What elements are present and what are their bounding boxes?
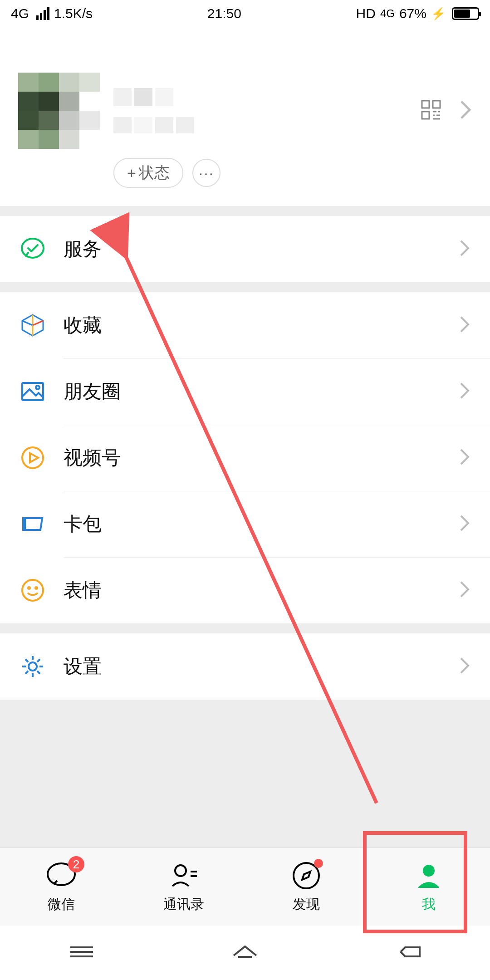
status-button-label: 状态 [139,162,170,183]
menu-item-settings[interactable]: 设置 [0,633,490,700]
me-icon [413,860,445,893]
charging-icon: ⚡ [431,7,446,21]
tab-label: 微信 [48,895,75,914]
battery-percent: 67% [399,6,426,21]
svg-line-11 [33,321,43,325]
svg-line-12 [22,321,33,325]
svg-point-19 [22,580,43,601]
menu-label: 卡包 [45,511,459,537]
stickers-icon [20,578,45,603]
tab-label: 发现 [293,895,320,914]
avatar[interactable] [18,73,100,149]
contacts-icon [168,860,200,893]
menu-label: 表情 [45,578,459,603]
profile-name-redacted [113,88,421,106]
qr-code-icon[interactable] [421,100,441,122]
menu-label: 视频号 [45,445,459,470]
chevron-right-icon [459,315,470,335]
status-right: HD 4G 67% ⚡ [356,6,479,21]
svg-point-22 [29,662,37,671]
svg-rect-1 [433,101,440,108]
status-left: 4G 1.5K/s [11,6,93,21]
plus-icon: + [127,164,136,182]
chevron-right-icon [459,239,470,259]
tab-discover[interactable]: 发现 [245,848,368,926]
menu-item-services[interactable]: 服务 [0,216,490,282]
menu-item-channels[interactable]: 视频号 [0,425,490,491]
chevron-right-icon [459,99,472,122]
more-button-label: ··· [199,164,214,182]
hd-indicator: HD [356,6,376,21]
services-icon [20,236,45,262]
chevron-right-icon [459,514,470,534]
menu-label: 服务 [45,236,459,262]
signal-icon [36,7,49,20]
svg-marker-28 [302,872,310,880]
more-button[interactable]: ··· [192,159,220,187]
battery-icon [452,7,479,20]
tab-chat[interactable]: 2 微信 [0,848,122,926]
menu-item-favorites[interactable]: 收藏 [0,292,490,358]
discover-dot [314,859,323,868]
chevron-right-icon [459,580,470,600]
chat-badge: 2 [68,856,84,872]
svg-point-15 [36,386,39,389]
chevron-right-icon [459,448,470,468]
status-button[interactable]: + 状态 [113,158,183,188]
settings-icon [20,654,45,679]
moments-icon [20,379,45,404]
svg-point-24 [175,865,186,876]
network-type: 4G [11,6,29,21]
tab-me[interactable]: 我 [368,848,490,926]
profile-id-redacted [113,117,421,133]
svg-rect-2 [422,112,429,119]
menu-label: 朋友圈 [45,379,459,404]
nav-menu-icon[interactable] [66,942,98,964]
svg-point-20 [28,587,30,589]
chat-icon: 2 [45,860,77,893]
discover-icon [290,860,322,893]
chevron-right-icon [459,657,470,676]
tab-label: 通讯录 [163,895,204,914]
favorites-icon [20,313,45,338]
nav-home-icon[interactable] [229,942,261,964]
channels-icon [20,445,45,470]
menu-item-cards[interactable]: 卡包 [0,491,490,557]
cards-icon [20,511,45,537]
system-nav-bar [0,926,490,980]
profile-name-area [100,88,421,133]
nav-back-icon[interactable] [392,942,424,964]
svg-point-8 [22,239,44,258]
status-time: 21:50 [207,6,241,21]
tab-contacts[interactable]: 通讯录 [122,848,245,926]
menu-label: 收藏 [45,313,459,338]
status-bar: 4G 1.5K/s 21:50 HD 4G 67% ⚡ [0,0,490,27]
menu-item-moments[interactable]: 朋友圈 [0,358,490,425]
menu-label: 设置 [45,654,459,679]
tab-bar: 2 微信 通讯录 发现 [0,848,490,926]
network-type-2: 4G [380,7,395,20]
network-speed: 1.5K/s [54,6,93,21]
svg-point-21 [35,587,37,589]
svg-rect-0 [422,101,429,108]
tab-label: 我 [422,895,436,914]
svg-marker-17 [30,453,38,462]
profile-section[interactable]: + 状态 ··· [0,27,490,206]
menu-item-stickers[interactable]: 表情 [0,557,490,623]
chevron-right-icon [459,382,470,402]
svg-point-29 [423,865,435,877]
